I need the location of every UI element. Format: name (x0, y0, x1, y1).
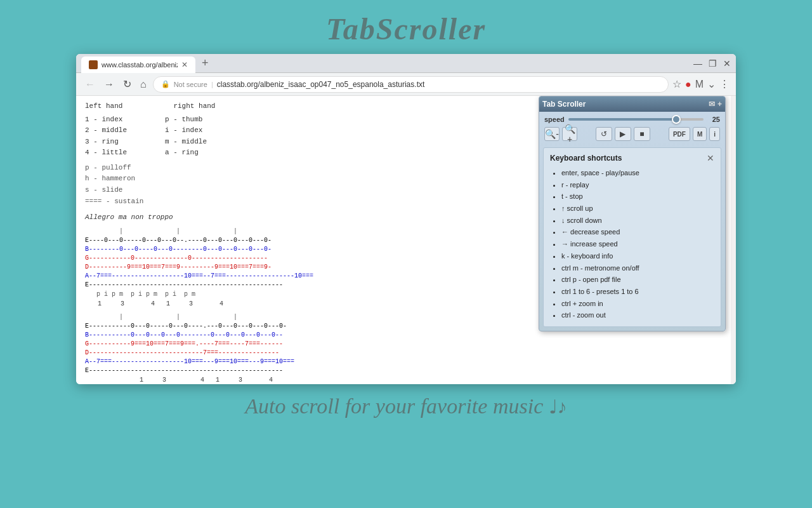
kb-item-pdf: ctrl p - open pdf file (561, 274, 714, 286)
url-input[interactable]: 🔒 Not secure | classtab.org/albeniz_isaa… (153, 76, 669, 93)
window-controls: — ❐ ✕ (693, 58, 731, 69)
ts-header-icons: ✉ + (709, 100, 722, 109)
kb-item-keyboard-info: k - keyboard info (561, 250, 714, 262)
browser-tab[interactable]: www.classtab.org/albeniz_isaac_... ✕ (81, 57, 195, 73)
tab-line-b-2: B-----------0---0---0---0--------0---0--… (85, 331, 722, 340)
tab-line-lowe-2: E---------------------------------------… (85, 366, 722, 375)
app-title: TabScroller (0, 0, 812, 54)
bookmark-icon[interactable]: ☆ (672, 78, 681, 90)
kb-close-button[interactable]: ✕ (707, 153, 714, 163)
ts-pdf-button[interactable]: PDF (669, 127, 690, 141)
ts-zoom-in-button[interactable]: 🔍+ (562, 127, 577, 141)
ts-speed-value: 25 (707, 116, 720, 123)
back-button[interactable]: ← (82, 77, 98, 91)
kb-item-metronome: ctrl m - metronome on/off (561, 262, 714, 274)
tab-line-a-2: A--7===-------------------10===---9===10… (85, 358, 722, 366)
right-finger-list: p - thumb i - index m - middle a - ring (165, 114, 207, 159)
kb-item-replay: r - replay (561, 179, 714, 191)
tab-scroller-panel: Tab Scroller ✉ + speed 25 🔍- 🔍+ ↺ (539, 96, 726, 331)
security-label: Not secure (174, 81, 207, 88)
tab-line-g-2: G-----------9===10===7===9===.----7===--… (85, 340, 722, 349)
ts-settings-icon[interactable]: + (717, 100, 722, 109)
ts-email-icon[interactable]: ✉ (709, 100, 715, 109)
tab-scroller-title: Tab Scroller (542, 100, 586, 109)
tab-line-d-2: D------------------------------7===-----… (85, 349, 722, 358)
kb-item-zoom-in: ctrl + zoom in (561, 298, 714, 310)
ts-play-button[interactable]: ▶ (615, 127, 631, 141)
kb-item-zoom-out: ctrl - zoom out (561, 309, 714, 321)
browser-scrollbar[interactable] (731, 96, 736, 384)
kb-item-decrease-speed: ← decrease speed (561, 226, 714, 238)
app-footer: Auto scroll for your favorite music ♩♪ (0, 384, 812, 418)
ts-stop-button[interactable]: ■ (634, 127, 650, 141)
address-bar: ← → ↻ ⌂ 🔒 Not secure | classtab.org/albe… (76, 73, 736, 96)
kb-item-play: enter, space - play/pause (561, 167, 714, 179)
ts-controls: 🔍- 🔍+ ↺ ▶ ■ PDF M i (539, 126, 725, 145)
kb-title: Keyboard shortcuts (550, 154, 622, 163)
tab-close-button[interactable]: ✕ (181, 60, 188, 69)
left-hand-label: left hand (85, 101, 122, 112)
kb-item-scroll-down: ↓ scroll down (561, 215, 714, 227)
music-note-icon: ♩♪ (549, 396, 567, 417)
ts-speed-slider[interactable] (568, 118, 704, 121)
refresh-button[interactable]: ↻ (121, 77, 134, 91)
right-hand-label: right hand (173, 101, 215, 112)
beats-2: 1 3 4 1 3 4 (86, 375, 722, 384)
kb-header: Keyboard shortcuts ✕ (550, 153, 714, 163)
ts-speed-thumb (672, 115, 681, 124)
new-tab-button[interactable]: + (202, 57, 209, 70)
tab-favicon-icon (89, 60, 98, 69)
tab-title: www.classtab.org/albeniz_isaac_... (102, 61, 178, 69)
footer-text: Auto scroll for your favorite music (245, 394, 543, 418)
kb-item-increase-speed: → increase speed (561, 238, 714, 250)
browser-tab-bar: www.classtab.org/albeniz_isaac_... ✕ + —… (76, 54, 736, 73)
security-icon: 🔒 (161, 80, 170, 88)
kb-item-stop: t - stop (561, 190, 714, 203)
restore-button[interactable]: ❐ (709, 58, 717, 69)
kb-item-scroll-up: ↑ scroll up (561, 203, 714, 215)
kb-list: enter, space - play/pause r - replay t -… (550, 167, 714, 321)
forward-button[interactable]: → (102, 77, 117, 91)
left-finger-list: 1 - index 2 - middle 3 - ring 4 - little (85, 114, 127, 159)
extension-icon-1[interactable]: M (695, 79, 704, 90)
ts-info-button[interactable]: i (709, 127, 720, 141)
keyboard-shortcuts-panel: Keyboard shortcuts ✕ enter, space - play… (543, 147, 721, 327)
browser-content: left hand right hand 1 - index 2 - middl… (76, 96, 736, 384)
ts-metronome-button[interactable]: M (693, 127, 707, 141)
browser-window: www.classtab.org/albeniz_isaac_... ✕ + —… (76, 54, 736, 384)
ts-speed-label: speed (544, 116, 565, 123)
kb-item-presets: ctrl 1 to 6 - presets 1 to 6 (561, 286, 714, 298)
ts-replay-button[interactable]: ↺ (596, 127, 612, 141)
url-text: classtab.org/albeniz_isaac_op047_no5_esp… (217, 80, 425, 89)
tab-scroller-header: Tab Scroller ✉ + (539, 97, 725, 112)
extension-icon-red[interactable]: ● (685, 79, 691, 90)
extension-icon-2[interactable]: ⌄ (707, 78, 716, 90)
ts-zoom-out-button[interactable]: 🔍- (544, 127, 560, 141)
browser-menu-icon[interactable]: ⋮ (719, 78, 730, 90)
close-button[interactable]: ✕ (723, 58, 731, 69)
minimize-button[interactable]: — (693, 58, 702, 69)
address-actions: ☆ ● M ⌄ ⋮ (672, 78, 730, 90)
home-button[interactable]: ⌂ (138, 77, 149, 91)
